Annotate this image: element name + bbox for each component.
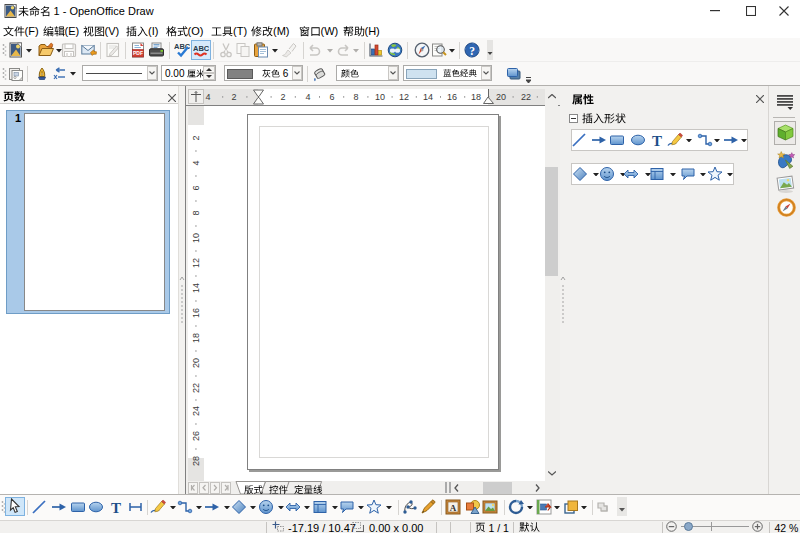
svg-text:6: 6	[191, 185, 201, 190]
svg-text:10: 10	[375, 92, 385, 102]
svg-text:16: 16	[447, 92, 457, 102]
svg-text:26: 26	[191, 431, 201, 441]
svg-text:?: ?	[469, 45, 475, 57]
svg-text:20: 20	[496, 92, 506, 102]
svg-text:14: 14	[423, 92, 433, 102]
svg-text:ABC: ABC	[174, 42, 190, 51]
svg-text:8: 8	[353, 92, 358, 102]
svg-text:ABC: ABC	[193, 44, 209, 53]
svg-text:2: 2	[280, 92, 285, 102]
svg-text:2: 2	[231, 92, 236, 102]
svg-text:18: 18	[471, 92, 481, 102]
svg-text:PDF: PDF	[133, 50, 143, 56]
svg-text:4: 4	[305, 92, 310, 102]
svg-text:10: 10	[191, 233, 201, 243]
svg-text:A: A	[450, 503, 457, 513]
svg-text:18: 18	[191, 333, 201, 343]
svg-text:24: 24	[191, 406, 201, 416]
svg-text:8: 8	[191, 210, 201, 215]
svg-text:2: 2	[191, 135, 201, 140]
svg-text:28: 28	[191, 456, 201, 466]
svg-text:12: 12	[399, 92, 409, 102]
svg-text:14: 14	[191, 283, 201, 293]
svg-text:12: 12	[191, 258, 201, 268]
svg-text:6: 6	[329, 92, 334, 102]
svg-text:22: 22	[191, 383, 201, 393]
svg-text:4: 4	[191, 160, 201, 165]
svg-text:22: 22	[521, 92, 531, 102]
svg-text:16: 16	[191, 308, 201, 318]
svg-text:4: 4	[205, 92, 210, 102]
svg-text:20: 20	[191, 358, 201, 368]
